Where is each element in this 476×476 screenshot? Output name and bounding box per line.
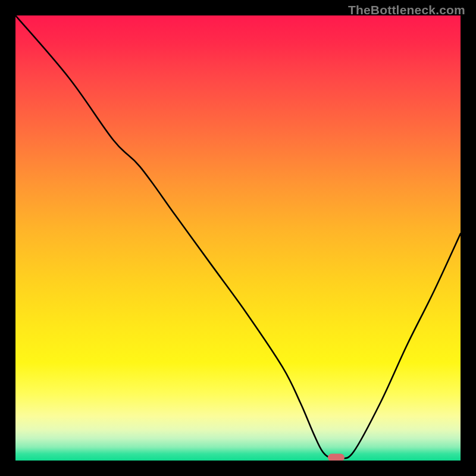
plot-area <box>15 15 461 461</box>
optimal-point-marker <box>328 453 345 461</box>
bottleneck-curve <box>15 15 461 461</box>
watermark-text: TheBottleneck.com <box>348 3 465 17</box>
chart-frame: TheBottleneck.com <box>0 0 476 476</box>
